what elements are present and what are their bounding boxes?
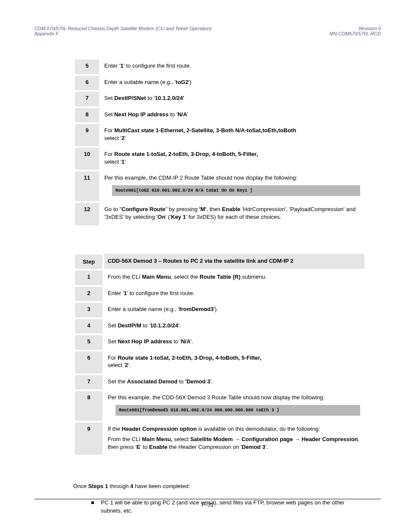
body-text: For (108, 355, 118, 361)
bold-text: Route state 1-toSat, 2-toEth, 3-Drop, 4-… (114, 151, 258, 157)
body-text: select ' (108, 362, 125, 368)
body-text: Set the (108, 378, 127, 385)
bold-text: Header Compression (300, 436, 358, 442)
body-text: For (104, 127, 114, 134)
bold-text: Main Menu, (142, 436, 174, 442)
bold-text: N/A (181, 338, 190, 345)
step-number: 8 (74, 390, 103, 422)
header-right-1: Revision 0 (330, 26, 381, 31)
bold-text: MultiCast state 1-Ethernet, 2-Satellite,… (114, 127, 296, 134)
body-text: , select the (171, 274, 199, 280)
bold-text: Configuration page (240, 436, 294, 442)
note-bold1: Steps 1 (88, 483, 110, 489)
step-description: If the Header Compression option is avai… (103, 422, 364, 456)
body-text: Enter ' (104, 62, 120, 69)
bold-text: Enable (149, 444, 168, 450)
bold-text: Enable (222, 206, 240, 212)
step-description: Per this example, the CDM-IP 2 Route Tab… (100, 171, 364, 202)
step-number: 9 (74, 123, 100, 147)
bold-text: Header Compression option (122, 426, 197, 432)
page-number: F–31 (202, 502, 213, 508)
body-text: , then (206, 206, 222, 212)
body-text: Set (104, 111, 114, 118)
body-text: to ' (168, 111, 177, 118)
step-description: Set Next Hop IP address to 'N/A' (100, 107, 364, 124)
body-text: select (174, 436, 190, 442)
instruction-table-1: 5Enter '1' to configure the first route.… (73, 58, 365, 227)
body-text: For (104, 151, 114, 157)
body-text: is available on this demodulator, do the… (197, 426, 320, 432)
step-description: From the CLI Main Menu, select the Route… (103, 270, 364, 286)
step-description: For MultiCast state 1-Ethernet, 2-Satell… (100, 123, 364, 147)
table-row: 6For Route state 1-toSat, 2-toEth, 3-Dro… (74, 351, 364, 374)
bold-text: DestIP/M (118, 322, 141, 329)
body-text: the Header Compression on ' (168, 444, 242, 450)
table-row: 4Set DestIP/M to '10.1.2.0/24'. (74, 318, 364, 335)
body-text: Set (104, 95, 114, 101)
body-text: Go to " (104, 206, 121, 212)
table-row: 9For MultiCast state 1-Ethernet, 2-Satel… (74, 123, 364, 147)
body-text: '. (265, 444, 268, 450)
arrow-icon: → (234, 436, 240, 442)
bold-text: 'Demod 3 (185, 378, 210, 385)
bold-text: Configure Route (121, 206, 165, 212)
bold-text: 10.1.2.0/24' (155, 95, 184, 101)
step-number: 2 (74, 286, 103, 302)
bold-text: On (158, 214, 165, 220)
step-description: Set Next Hop IP address to 'N/A'. (103, 334, 364, 351)
body-text: ' (187, 111, 188, 118)
header-left-2: Appendix F (34, 31, 212, 36)
step-description: Enter a suitable name (e.g., 'fromDemod3… (103, 302, 364, 318)
body-text: '. (190, 338, 193, 345)
table-row: 2Enter '1' to configure the first route. (74, 286, 364, 302)
body-text: to ' (146, 95, 155, 101)
table-row: 9If the Header Compression option is ava… (74, 422, 364, 456)
body-text: From the CLI (108, 436, 142, 442)
body-text: ' to (140, 444, 149, 450)
body-text: Enter a suitable name (e.g., ' (108, 306, 179, 312)
bold-text: Next Hop IP address (114, 111, 168, 118)
step-description: Set the Associated Demod to 'Demod 3'. (103, 374, 364, 391)
body-text: '. (128, 362, 131, 368)
body-text: Enter a suitable name (e.g., ' (104, 79, 176, 85)
bold-text: Satellite Modem (190, 436, 234, 442)
page-header: CDM-570/570L Reduced Chassis Depth Satel… (34, 26, 381, 36)
step-number: 4 (74, 318, 103, 335)
step-number: 9 (74, 422, 103, 456)
table-row: 1From the CLI Main Menu, select the Rout… (74, 270, 364, 286)
body-text: Set (108, 338, 118, 345)
step-description: Enter a suitable name (e.g., 'toG2') (100, 75, 364, 91)
body-text: ' (' (165, 214, 171, 220)
bold-text: toG2 (176, 79, 189, 85)
table-row: 3Enter a suitable name (e.g., 'fromDemod… (74, 302, 364, 318)
body-text: Set (108, 322, 118, 329)
step-number: 6 (74, 351, 103, 374)
bold-text: Key 1 (171, 214, 186, 220)
bold-text: Associated Demod (127, 378, 177, 385)
bold-text: fromDemod3 (179, 306, 214, 312)
note-text: Once (73, 483, 88, 489)
route-bar: Route001[fromDemod3 010.001.002.0/24 000… (115, 405, 360, 416)
line: If the Header Compression option is avai… (108, 425, 360, 433)
step-number: 1 (74, 270, 103, 286)
arrow-icon: → (294, 436, 300, 442)
table-row: 10For Route state 1-toSat, 2-toEth, 3-Dr… (74, 147, 364, 171)
step-number: 10 (74, 147, 100, 171)
body-text: select ' (104, 135, 121, 141)
bold-text: Next Hop IP address (118, 338, 172, 345)
table-row: 12Go to "Configure Route" by pressing 'M… (74, 202, 364, 226)
body-text: Enter ' (108, 290, 124, 296)
step-description: Enter '1' to configure the first route. (100, 59, 364, 75)
page-footer: F–31 (34, 499, 381, 508)
step-number: 12 (74, 202, 100, 226)
line: From the CLI Main Menu, select Satellite… (108, 436, 360, 451)
step-description: Per this example, the CDD-56X Demod 3 Ro… (103, 390, 364, 422)
table-row: 6Enter a suitable name (e.g., 'toG2') (74, 75, 364, 91)
body-text: ') (188, 79, 191, 85)
step-number: 5 (74, 334, 103, 351)
bold-text: Main Menu (142, 274, 171, 280)
body-text: ' for 3xDES) for each of these choices. (186, 214, 281, 220)
step-number: 7 (74, 91, 100, 107)
body-text: '). (214, 306, 218, 312)
step-description: Set DestIP/SNet to '10.1.2.0/24' (100, 91, 364, 107)
